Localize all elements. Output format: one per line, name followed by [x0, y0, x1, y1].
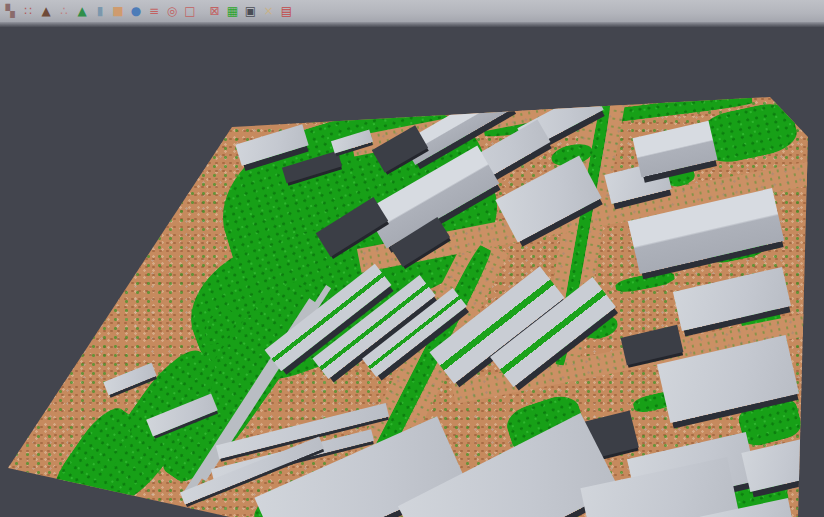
building [741, 438, 814, 492]
street [331, 233, 508, 517]
select-points-icon[interactable]: ▚ [3, 4, 18, 19]
vegetation-patch [703, 224, 770, 266]
building [210, 429, 373, 481]
building [633, 121, 718, 178]
classified-view-icon[interactable]: ▦ [225, 4, 240, 19]
vegetation-patch [146, 269, 330, 494]
building [235, 124, 308, 166]
clip-region-icon[interactable]: ⊠ [207, 4, 222, 19]
building [628, 188, 784, 274]
vegetation-patch [42, 400, 142, 517]
vegetation-patch [736, 395, 804, 449]
building [673, 267, 791, 331]
building [402, 85, 515, 165]
vegetation-patch [580, 312, 620, 343]
building [580, 457, 739, 517]
building [397, 413, 618, 517]
vegetation-patch [483, 92, 753, 139]
building [495, 156, 601, 243]
vegetation-patch [614, 269, 676, 294]
building [215, 403, 388, 459]
vegetation-patch [346, 244, 494, 511]
vegetation-patch [248, 468, 352, 517]
classify-points-icon[interactable]: ∷ [21, 4, 36, 19]
rail-line [201, 285, 331, 481]
terrain-icon[interactable]: ▲ [39, 4, 54, 19]
viewport-3d[interactable] [0, 27, 824, 517]
vegetation-patch [203, 82, 517, 343]
camera-view-icon[interactable]: ▣ [243, 4, 258, 19]
select-extent-icon[interactable]: □ [183, 4, 198, 19]
building [265, 263, 392, 370]
vegetation-patch [549, 141, 594, 170]
vegetation-patch [632, 389, 678, 414]
street [539, 86, 627, 369]
vegetation-patch [173, 207, 407, 402]
building [146, 394, 218, 437]
building [627, 432, 757, 508]
street [357, 161, 813, 272]
layers-icon[interactable]: ▤ [279, 4, 294, 19]
thin-points-icon[interactable]: ∴ [57, 4, 72, 19]
vegetation-patch [737, 299, 791, 365]
building [365, 145, 500, 248]
street [350, 87, 609, 156]
building [490, 277, 616, 387]
building [372, 125, 428, 173]
ground-layer-icon[interactable]: ■ [111, 4, 126, 19]
building [390, 217, 450, 267]
building [657, 335, 799, 423]
vegetation-layer-icon[interactable]: ▲ [75, 4, 90, 19]
building [180, 436, 324, 504]
rail-line [184, 298, 316, 495]
vegetation-patch [663, 165, 696, 189]
vegetation-patch [199, 304, 242, 351]
building [517, 88, 603, 149]
building [430, 266, 565, 384]
globe-icon[interactable]: ● [129, 4, 144, 19]
building [312, 275, 435, 379]
vegetation-patch [502, 391, 588, 460]
building [621, 325, 684, 365]
building [604, 160, 671, 204]
column-profile-icon[interactable]: ▮ [93, 4, 108, 19]
building [103, 363, 156, 395]
settings-ring-icon[interactable]: ◎ [165, 4, 180, 19]
toolbar: ▚∷▲∴▲▮■●≡◎□⊠▦▣×▤ [0, 0, 824, 22]
building [331, 129, 373, 153]
vegetation-patch [696, 99, 799, 168]
building [446, 119, 550, 194]
building [316, 197, 389, 257]
building [362, 288, 467, 377]
building [254, 416, 465, 517]
log-list-icon[interactable]: ≡ [147, 4, 162, 19]
vegetation-patch [333, 447, 387, 486]
ground-points [0, 27, 824, 517]
hourglass-icon[interactable]: × [261, 4, 276, 19]
vegetation-patch [488, 301, 522, 328]
point-cloud-terrain [0, 27, 824, 517]
building [282, 151, 342, 183]
building [700, 498, 796, 517]
vegetation-patch [81, 339, 229, 516]
vegetation-patch [608, 457, 792, 517]
vegetation-patch [554, 98, 613, 366]
building [581, 411, 639, 460]
street [451, 310, 824, 404]
